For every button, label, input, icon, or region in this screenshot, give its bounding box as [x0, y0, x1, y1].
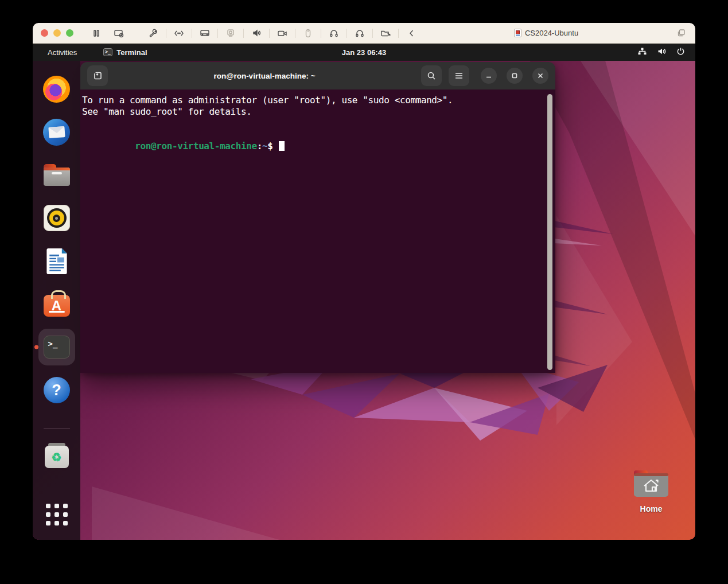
focused-app-indicator[interactable]: >_ Terminal — [103, 48, 147, 57]
terminal-content[interactable]: To run a command as administrator (user … — [80, 89, 555, 373]
maximize-button[interactable] — [507, 68, 523, 84]
minimize-window-button[interactable] — [53, 29, 61, 37]
rhythmbox-icon — [44, 205, 70, 231]
prompt-user-host: ron@ron-virtual-machine — [135, 141, 256, 151]
terminal-header[interactable]: ron@ron-virtual-machine: ~ — [80, 62, 555, 89]
settings-wrench-icon[interactable] — [147, 28, 159, 39]
prompt-path: ~ — [262, 141, 267, 151]
headset-icon[interactable] — [353, 28, 366, 39]
code-view-icon[interactable] — [173, 28, 185, 39]
dock-item-firefox[interactable] — [38, 75, 75, 103]
running-indicator-dot — [34, 345, 38, 349]
zoom-window-button[interactable] — [66, 29, 73, 37]
vm-title-text: CS2024-Ubuntu — [525, 29, 578, 37]
shared-folder-icon[interactable] — [379, 28, 392, 39]
close-button[interactable] — [532, 68, 548, 84]
terminal-title: ron@ron-virtual-machine: ~ — [115, 72, 414, 80]
terminal-output-line: See "man sudo_root" for details. — [82, 106, 545, 118]
sound-icon[interactable] — [250, 28, 263, 39]
firefox-icon — [43, 76, 70, 103]
focused-app-label: Terminal — [116, 48, 147, 57]
ubuntu-software-icon: A — [44, 295, 70, 317]
home-folder-icon — [633, 468, 669, 498]
video-camera-icon[interactable] — [276, 28, 289, 39]
vm-file-icon — [514, 29, 521, 37]
terminal-window: ron@ron-virtual-machine: ~ To run — [80, 62, 555, 373]
headphones-icon[interactable] — [328, 28, 340, 39]
terminal-prompt-line: ron@ron-virtual-machine:~$ — [82, 129, 545, 163]
show-applications-icon — [46, 504, 68, 525]
terminal-icon: >_ — [44, 336, 70, 359]
vm-titlebar: CS2024-Ubuntu — [33, 23, 695, 44]
gnome-top-bar: Activities >_ Terminal Jan 23 06:43 — [33, 44, 695, 61]
vm-title: CS2024-Ubuntu — [514, 29, 578, 37]
activities-button[interactable]: Activities — [43, 46, 81, 59]
dock-divider — [44, 429, 70, 429]
close-window-button[interactable] — [41, 29, 48, 37]
search-button[interactable] — [421, 65, 442, 86]
active-app-highlight: >_ — [38, 329, 75, 365]
libreoffice-writer-icon — [45, 248, 68, 275]
tile-windows-icon[interactable] — [675, 28, 687, 39]
home-folder-launcher[interactable]: Home — [630, 468, 672, 513]
dock-item-libreoffice-writer[interactable] — [38, 247, 75, 275]
home-folder-label: Home — [630, 504, 672, 513]
new-tab-button[interactable] — [87, 65, 108, 86]
snapshot-icon[interactable] — [112, 28, 125, 39]
dock-item-help[interactable]: ? — [38, 376, 75, 404]
dock-item-trash[interactable]: ♻ — [38, 442, 75, 469]
vm-window: CS2024-Ubuntu — [33, 23, 695, 540]
terminal-cursor — [279, 141, 285, 151]
dock-item-thunderbird[interactable] — [38, 118, 75, 146]
files-icon — [44, 164, 70, 186]
dock: A >_ ? ♻ — [33, 61, 80, 540]
volume-icon — [657, 47, 667, 57]
ubuntu-desktop: Activities >_ Terminal Jan 23 06:43 — [33, 44, 695, 540]
terminal-output-line: To run a command as administrator (user … — [82, 95, 545, 106]
clock[interactable]: Jan 23 06:43 — [342, 48, 386, 57]
thunderbird-icon — [43, 119, 70, 146]
prompt-separator: : — [257, 141, 262, 151]
collapse-toolbar-icon[interactable] — [405, 28, 418, 39]
webcam-icon[interactable] — [224, 28, 237, 39]
mouse-icon[interactable] — [302, 28, 314, 39]
dock-item-terminal[interactable]: >_ — [38, 329, 75, 365]
network-icon — [637, 47, 647, 57]
terminal-mini-icon: >_ — [103, 48, 112, 56]
minimize-button[interactable] — [481, 68, 497, 84]
dock-item-rhythmbox[interactable] — [38, 204, 75, 232]
dock-item-ubuntu-software[interactable]: A — [38, 290, 75, 318]
system-status-area[interactable] — [637, 47, 685, 57]
dock-item-files[interactable] — [38, 161, 75, 189]
power-icon — [676, 47, 685, 57]
pause-vm-icon[interactable] — [90, 28, 103, 39]
show-applications-button[interactable] — [38, 501, 75, 528]
menu-button[interactable] — [449, 65, 469, 86]
help-icon: ? — [44, 377, 70, 403]
terminal-scrollbar[interactable] — [547, 94, 552, 370]
hard-disk-icon[interactable] — [198, 28, 211, 39]
trash-icon: ♻ — [45, 443, 69, 468]
